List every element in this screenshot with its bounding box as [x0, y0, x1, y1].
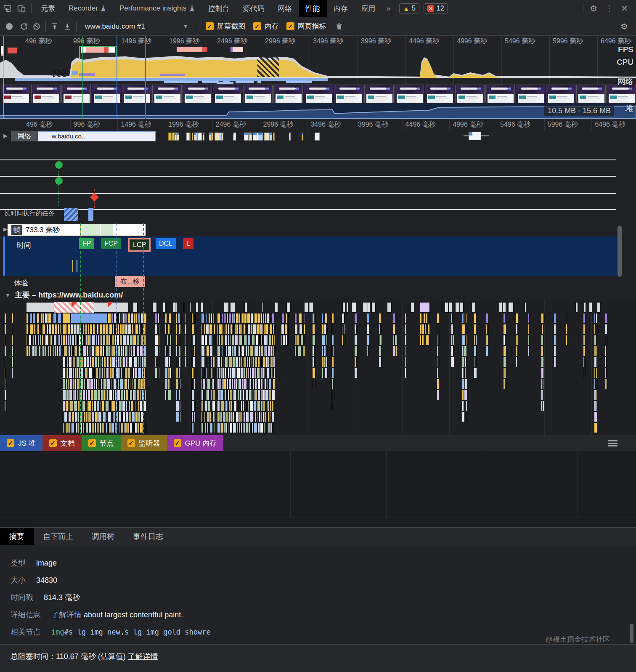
flame-event-bar[interactable]	[583, 313, 586, 324]
flame-event-bar[interactable]	[138, 324, 140, 335]
network-request-bar[interactable]	[273, 133, 275, 141]
flame-event-bar[interactable]	[173, 302, 176, 313]
flame-event-bar[interactable]	[82, 422, 85, 433]
flame-event-bar[interactable]	[420, 302, 430, 313]
flame-event-bar[interactable]	[314, 379, 315, 389]
network-request-bar[interactable]	[221, 133, 223, 141]
flame-event-bar[interactable]	[462, 324, 466, 335]
flame-event-bar[interactable]	[209, 335, 212, 345]
flame-event-bar[interactable]	[144, 346, 146, 356]
flame-event-bar[interactable]	[596, 335, 598, 345]
flame-event-bar[interactable]	[304, 324, 305, 335]
flame-event-bar[interactable]	[541, 357, 544, 367]
flame-event-bar[interactable]	[119, 412, 122, 422]
network-request-bar[interactable]	[249, 133, 251, 141]
flame-event-bar[interactable]	[204, 412, 206, 422]
flame-event-bar[interactable]	[217, 357, 220, 367]
flame-event-bar[interactable]	[53, 313, 56, 324]
filmstrip-thumbnail[interactable]	[546, 85, 575, 103]
flame-event-bar[interactable]	[302, 346, 305, 356]
flame-event-bar[interactable]	[144, 313, 147, 324]
flame-event-bar[interactable]	[62, 357, 66, 367]
flame-event-bar[interactable]	[64, 412, 67, 422]
flame-event-bar[interactable]	[506, 335, 507, 345]
flame-event-bar[interactable]	[95, 324, 96, 335]
flame-event-bar[interactable]	[325, 313, 328, 324]
flame-event-bar[interactable]	[180, 412, 181, 422]
flame-event-bar[interactable]	[405, 335, 407, 345]
flame-event-bar[interactable]	[4, 357, 5, 367]
flame-event-bar[interactable]	[97, 324, 99, 335]
flame-event-bar[interactable]	[476, 357, 477, 367]
flame-event-bar[interactable]	[171, 313, 172, 324]
flame-event-bar[interactable]	[191, 346, 192, 356]
flame-event-bar[interactable]	[77, 390, 79, 400]
flame-event-bar[interactable]	[91, 357, 95, 367]
flame-event-bar[interactable]	[247, 313, 250, 324]
flame-event-bar[interactable]	[169, 368, 172, 378]
flame-event-bar[interactable]	[405, 357, 407, 367]
flame-event-bar[interactable]	[74, 412, 78, 422]
flame-event-bar[interactable]	[516, 357, 517, 367]
tab-performance[interactable]: 性能	[299, 0, 327, 17]
network-request-bar[interactable]	[192, 133, 193, 141]
flame-event-bar[interactable]	[98, 357, 99, 367]
legend-nodes[interactable]: ✓节点	[82, 435, 121, 451]
flame-event-bar[interactable]	[125, 346, 128, 356]
flame-event-bar[interactable]	[32, 346, 35, 356]
flame-event-bar[interactable]	[297, 335, 299, 345]
flame-event-bar[interactable]	[103, 357, 106, 367]
flame-event-bar[interactable]	[425, 335, 429, 345]
flame-event-bar[interactable]	[44, 346, 47, 356]
flame-event-bar[interactable]	[220, 335, 224, 345]
flame-event-bar[interactable]	[466, 313, 468, 324]
flame-event-bar[interactable]	[42, 335, 44, 345]
flame-event-bar[interactable]	[583, 368, 584, 378]
flame-event-bar[interactable]	[179, 346, 181, 356]
flame-event-bar[interactable]	[270, 422, 273, 433]
flame-event-bar[interactable]	[62, 422, 64, 433]
flame-event-bar[interactable]	[125, 401, 127, 411]
flame-event-bar[interactable]	[240, 357, 243, 367]
flame-event-bar[interactable]	[554, 324, 556, 335]
frames-track[interactable]: ▶ 帧 733.3 毫秒	[0, 223, 636, 236]
flame-event-bar[interactable]	[125, 324, 128, 335]
flame-event-bar[interactable]	[62, 379, 66, 389]
flame-event-bar[interactable]	[128, 368, 130, 378]
flame-event-bar[interactable]	[446, 302, 448, 313]
flame-event-bar[interactable]	[405, 313, 407, 324]
filmstrip-thumbnail[interactable]	[213, 85, 242, 103]
flame-event-bar[interactable]	[232, 368, 235, 378]
flame-event-bar[interactable]	[130, 335, 133, 345]
flame-event-bar[interactable]	[70, 335, 71, 345]
flame-event-bar[interactable]	[232, 357, 235, 367]
flame-event-bar[interactable]	[206, 357, 207, 367]
flame-event-bar[interactable]	[165, 313, 167, 324]
flame-event-bar[interactable]	[474, 324, 476, 335]
flame-event-bar[interactable]	[122, 335, 126, 345]
flame-event-bar[interactable]	[437, 324, 437, 335]
flame-event-bar[interactable]	[217, 346, 220, 356]
flame-event-bar[interactable]	[541, 335, 543, 345]
flame-event-bar[interactable]	[95, 357, 98, 367]
flame-event-bar[interactable]	[268, 346, 271, 356]
main-thread-header[interactable]: ▼ 主要 – https://www.baidu.com/	[0, 289, 636, 301]
flame-event-bar[interactable]	[405, 346, 406, 356]
flame-event-bar[interactable]	[136, 401, 138, 411]
flame-event-bar[interactable]	[201, 401, 204, 411]
flame-event-bar[interactable]	[218, 324, 222, 335]
flame-event-bar[interactable]	[193, 357, 195, 367]
flame-event-bar[interactable]	[258, 313, 261, 324]
flame-event-bar[interactable]	[214, 346, 215, 356]
network-request-bar[interactable]	[168, 133, 172, 141]
flame-event-bar[interactable]	[331, 335, 334, 345]
flame-event-bar[interactable]	[5, 335, 6, 345]
flame-event-bar[interactable]	[125, 313, 127, 324]
flame-event-bar[interactable]	[397, 335, 398, 345]
flame-event-bar[interactable]	[308, 302, 310, 313]
trash-icon[interactable]	[333, 21, 346, 32]
flame-event-bar[interactable]	[266, 313, 269, 324]
flame-event-bar[interactable]	[139, 401, 142, 411]
flame-event-bar[interactable]	[83, 357, 86, 367]
flame-event-bar[interactable]	[542, 379, 544, 389]
